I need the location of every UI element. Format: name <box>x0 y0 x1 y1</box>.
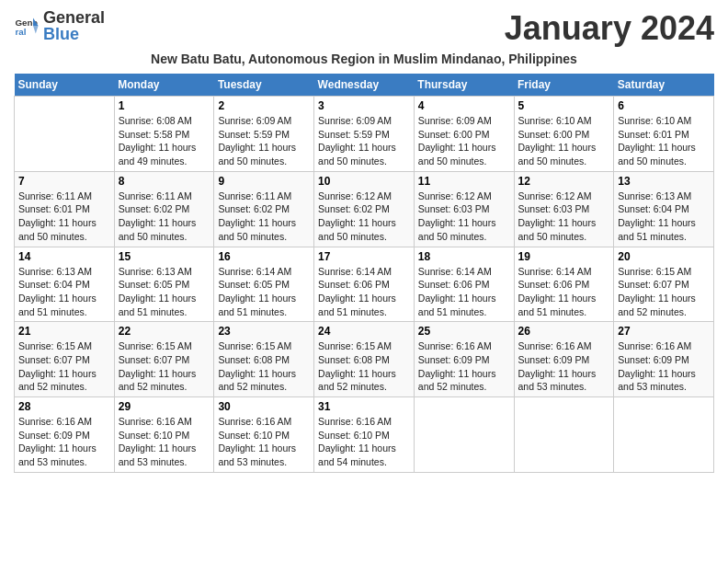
day-number: 28 <box>18 400 110 413</box>
calendar-cell: 2Sunrise: 6:09 AMSunset: 5:59 PMDaylight… <box>214 97 314 172</box>
day-info: Sunrise: 6:15 AMSunset: 6:08 PMDaylight:… <box>218 339 310 394</box>
day-info: Sunrise: 6:16 AMSunset: 6:10 PMDaylight:… <box>318 415 410 469</box>
day-info: Sunrise: 6:10 AMSunset: 6:01 PMDaylight:… <box>618 114 710 168</box>
day-number: 6 <box>618 99 710 112</box>
day-number: 7 <box>18 175 110 188</box>
calendar-cell <box>15 97 115 172</box>
day-info: Sunrise: 6:11 AMSunset: 6:01 PMDaylight:… <box>18 190 110 244</box>
calendar-header-row: SundayMondayTuesdayWednesdayThursdayFrid… <box>15 74 714 97</box>
calendar-cell: 8Sunrise: 6:11 AMSunset: 6:02 PMDaylight… <box>114 171 214 247</box>
day-number: 8 <box>119 175 210 188</box>
day-info: Sunrise: 6:08 AMSunset: 5:58 PMDaylight:… <box>119 114 210 168</box>
calendar-cell: 18Sunrise: 6:14 AMSunset: 6:06 PMDayligh… <box>414 247 514 322</box>
day-number: 9 <box>218 175 310 188</box>
calendar-cell: 31Sunrise: 6:16 AMSunset: 6:10 PMDayligh… <box>314 397 415 473</box>
calendar-cell: 7Sunrise: 6:11 AMSunset: 6:01 PMDaylight… <box>15 171 115 247</box>
day-info: Sunrise: 6:09 AMSunset: 5:59 PMDaylight:… <box>218 114 310 168</box>
calendar-cell <box>514 397 614 473</box>
day-info: Sunrise: 6:12 AMSunset: 6:02 PMDaylight:… <box>318 190 410 244</box>
calendar-cell: 15Sunrise: 6:13 AMSunset: 6:05 PMDayligh… <box>114 247 214 322</box>
header-friday: Friday <box>514 74 614 97</box>
calendar-cell: 19Sunrise: 6:14 AMSunset: 6:06 PMDayligh… <box>514 247 614 322</box>
svg-text:ral: ral <box>15 27 26 37</box>
day-info: Sunrise: 6:16 AMSunset: 6:09 PMDaylight:… <box>418 339 510 394</box>
day-info: Sunrise: 6:16 AMSunset: 6:09 PMDaylight:… <box>18 415 110 469</box>
calendar-cell: 1Sunrise: 6:08 AMSunset: 5:58 PMDaylight… <box>114 97 214 172</box>
calendar-week-2: 7Sunrise: 6:11 AMSunset: 6:01 PMDaylight… <box>15 171 714 247</box>
day-number: 4 <box>418 99 510 112</box>
calendar-week-5: 28Sunrise: 6:16 AMSunset: 6:09 PMDayligh… <box>15 397 714 473</box>
day-number: 16 <box>218 250 310 263</box>
calendar-cell: 5Sunrise: 6:10 AMSunset: 6:00 PMDaylight… <box>514 97 614 172</box>
calendar-cell: 21Sunrise: 6:15 AMSunset: 6:07 PMDayligh… <box>15 322 115 397</box>
day-number: 15 <box>119 250 210 263</box>
day-number: 26 <box>518 325 610 338</box>
day-info: Sunrise: 6:15 AMSunset: 6:07 PMDaylight:… <box>618 265 710 319</box>
day-number: 25 <box>418 325 510 338</box>
day-number: 20 <box>618 250 710 263</box>
header: Gene ral General Blue January 2024 <box>14 9 714 48</box>
month-title: January 2024 <box>505 9 714 48</box>
header-monday: Monday <box>114 74 214 97</box>
day-info: Sunrise: 6:13 AMSunset: 6:04 PMDaylight:… <box>18 265 110 319</box>
calendar-cell: 14Sunrise: 6:13 AMSunset: 6:04 PMDayligh… <box>15 247 115 322</box>
header-wednesday: Wednesday <box>314 74 415 97</box>
day-number: 1 <box>119 99 210 112</box>
calendar-cell: 12Sunrise: 6:12 AMSunset: 6:03 PMDayligh… <box>514 171 614 247</box>
day-number: 30 <box>218 400 310 413</box>
day-info: Sunrise: 6:09 AMSunset: 6:00 PMDaylight:… <box>418 114 510 168</box>
header-tuesday: Tuesday <box>214 74 314 97</box>
day-info: Sunrise: 6:13 AMSunset: 6:05 PMDaylight:… <box>119 265 210 319</box>
calendar-table: SundayMondayTuesdayWednesdayThursdayFrid… <box>14 74 714 473</box>
day-info: Sunrise: 6:12 AMSunset: 6:03 PMDaylight:… <box>518 190 610 244</box>
calendar-cell: 20Sunrise: 6:15 AMSunset: 6:07 PMDayligh… <box>614 247 714 322</box>
day-info: Sunrise: 6:16 AMSunset: 6:10 PMDaylight:… <box>218 415 310 469</box>
svg-marker-3 <box>33 26 39 33</box>
day-number: 17 <box>318 250 410 263</box>
calendar-cell: 27Sunrise: 6:16 AMSunset: 6:09 PMDayligh… <box>614 322 714 397</box>
calendar-cell: 22Sunrise: 6:15 AMSunset: 6:07 PMDayligh… <box>114 322 214 397</box>
day-number: 27 <box>618 325 710 338</box>
calendar-cell: 24Sunrise: 6:15 AMSunset: 6:08 PMDayligh… <box>314 322 415 397</box>
day-info: Sunrise: 6:11 AMSunset: 6:02 PMDaylight:… <box>119 190 210 244</box>
day-info: Sunrise: 6:09 AMSunset: 5:59 PMDaylight:… <box>318 114 410 168</box>
calendar-cell: 17Sunrise: 6:14 AMSunset: 6:06 PMDayligh… <box>314 247 415 322</box>
calendar-cell: 16Sunrise: 6:14 AMSunset: 6:05 PMDayligh… <box>214 247 314 322</box>
logo-general: General <box>43 8 105 27</box>
calendar-cell: 10Sunrise: 6:12 AMSunset: 6:02 PMDayligh… <box>314 171 415 247</box>
calendar-cell: 13Sunrise: 6:13 AMSunset: 6:04 PMDayligh… <box>614 171 714 247</box>
header-saturday: Saturday <box>614 74 714 97</box>
day-info: Sunrise: 6:15 AMSunset: 6:07 PMDaylight:… <box>119 339 210 394</box>
calendar-cell: 11Sunrise: 6:12 AMSunset: 6:03 PMDayligh… <box>414 171 514 247</box>
day-number: 22 <box>119 325 210 338</box>
day-number: 10 <box>318 175 410 188</box>
day-number: 13 <box>618 175 710 188</box>
day-number: 2 <box>218 99 310 112</box>
day-info: Sunrise: 6:14 AMSunset: 6:06 PMDaylight:… <box>418 265 510 319</box>
day-info: Sunrise: 6:10 AMSunset: 6:00 PMDaylight:… <box>518 114 610 168</box>
calendar-cell <box>614 397 714 473</box>
header-thursday: Thursday <box>414 74 514 97</box>
calendar-week-4: 21Sunrise: 6:15 AMSunset: 6:07 PMDayligh… <box>15 322 714 397</box>
day-info: Sunrise: 6:15 AMSunset: 6:07 PMDaylight:… <box>18 339 110 394</box>
calendar-week-1: 1Sunrise: 6:08 AMSunset: 5:58 PMDaylight… <box>15 97 714 172</box>
header-sunday: Sunday <box>15 74 115 97</box>
calendar-cell: 6Sunrise: 6:10 AMSunset: 6:01 PMDaylight… <box>614 97 714 172</box>
day-number: 24 <box>318 325 410 338</box>
day-info: Sunrise: 6:15 AMSunset: 6:08 PMDaylight:… <box>318 339 410 394</box>
calendar-cell: 29Sunrise: 6:16 AMSunset: 6:10 PMDayligh… <box>114 397 214 473</box>
day-number: 21 <box>18 325 110 338</box>
day-info: Sunrise: 6:12 AMSunset: 6:03 PMDaylight:… <box>418 190 510 244</box>
day-info: Sunrise: 6:11 AMSunset: 6:02 PMDaylight:… <box>218 190 310 244</box>
day-info: Sunrise: 6:16 AMSunset: 6:09 PMDaylight:… <box>518 339 610 394</box>
calendar-cell: 30Sunrise: 6:16 AMSunset: 6:10 PMDayligh… <box>214 397 314 473</box>
calendar-cell: 28Sunrise: 6:16 AMSunset: 6:09 PMDayligh… <box>15 397 115 473</box>
day-info: Sunrise: 6:14 AMSunset: 6:05 PMDaylight:… <box>218 265 310 319</box>
day-info: Sunrise: 6:16 AMSunset: 6:09 PMDaylight:… <box>618 339 710 394</box>
calendar-week-3: 14Sunrise: 6:13 AMSunset: 6:04 PMDayligh… <box>15 247 714 322</box>
day-number: 18 <box>418 250 510 263</box>
day-number: 14 <box>18 250 110 263</box>
logo-text: General Blue <box>43 9 105 42</box>
subtitle: New Batu Batu, Autonomous Region in Musl… <box>14 52 714 66</box>
calendar-cell: 26Sunrise: 6:16 AMSunset: 6:09 PMDayligh… <box>514 322 614 397</box>
